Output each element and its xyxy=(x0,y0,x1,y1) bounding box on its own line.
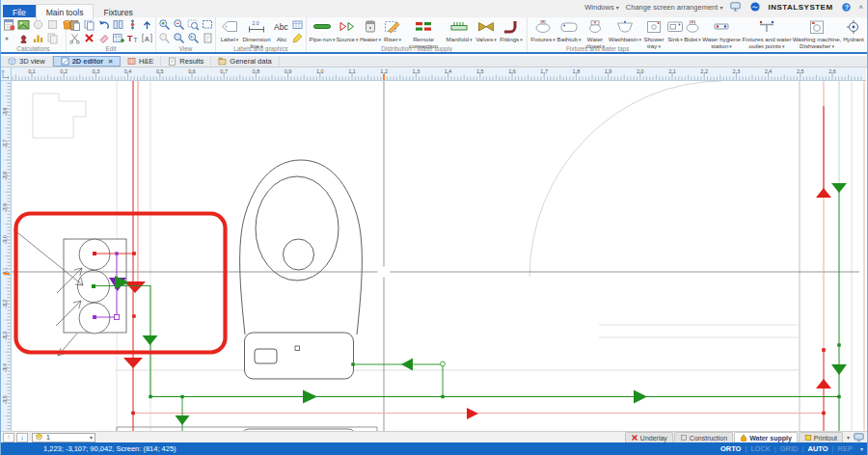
riser-button[interactable]: Riser▾ xyxy=(382,18,403,43)
ruler-label: 1,0 xyxy=(316,68,324,74)
layer-down-button[interactable]: ↓ xyxy=(16,433,28,442)
copy-gray-icon[interactable] xyxy=(46,32,59,44)
cursor-position-marker xyxy=(4,273,10,275)
water-closet-button[interactable]: Water closet▾ xyxy=(582,18,609,43)
svg-text:Abc: Abc xyxy=(274,22,288,32)
diagram-columns-icon[interactable] xyxy=(32,32,44,44)
delete-icon[interactable] xyxy=(83,32,95,44)
drawing-canvas[interactable] xyxy=(12,81,866,431)
view-tab-general-data[interactable]: General data xyxy=(211,56,279,67)
mode-toggle-orto[interactable]: ORTO xyxy=(720,444,742,453)
zoom-selection-icon[interactable] xyxy=(202,18,214,31)
zoom-out-icon[interactable] xyxy=(173,18,185,31)
zoom-window-icon[interactable] xyxy=(173,32,185,44)
fixtures-button[interactable]: Fixtures▾ xyxy=(529,18,556,43)
calculation-sheet-icon[interactable] xyxy=(3,18,15,31)
mode-toggle-grid[interactable]: GRID xyxy=(780,444,799,453)
hydrant-button[interactable]: Hydrant xyxy=(842,18,865,43)
mode-toggle-auto[interactable]: AUTO xyxy=(807,444,827,453)
view-tab-2d-editor[interactable]: 2D editor× xyxy=(53,56,121,67)
zoom-in-icon[interactable] xyxy=(158,18,171,31)
selection-crosshair xyxy=(12,81,859,431)
screen-toggle-icon[interactable] xyxy=(853,433,864,442)
valves-button[interactable]: Valves▾ xyxy=(475,18,498,43)
layer-tab-underlay[interactable]: Underlay xyxy=(625,432,673,442)
washing-machine-button[interactable]: Washing machine, Dishwasher▾ xyxy=(792,18,842,43)
change-screen-arrangement-menu[interactable]: Change screen arrangement ▾ xyxy=(626,3,723,12)
group-label: View xyxy=(156,45,215,52)
red-pipe-network[interactable] xyxy=(93,81,831,431)
green-pipe-network[interactable] xyxy=(94,81,847,431)
source-icon xyxy=(338,18,357,36)
ruler-label: -3,1 xyxy=(2,267,8,276)
chevron-down-icon: ▾ xyxy=(236,37,239,42)
layer-tab-printout[interactable]: Printout xyxy=(799,432,843,442)
find-a-icon[interactable]: A xyxy=(141,32,153,44)
shower-tray-button[interactable]: Shower tray▾ xyxy=(641,18,666,43)
ruler-label: 1,6 xyxy=(508,68,516,74)
collapse-ribbon-icon[interactable]: ˄ xyxy=(859,3,863,12)
close-icon[interactable]: × xyxy=(108,57,113,66)
washbasin-button[interactable]: Washbasin▾ xyxy=(609,18,641,43)
chevron-down-icon: ▾ xyxy=(494,37,497,42)
windows-menu[interactable]: Windows ▾ xyxy=(584,3,619,12)
highlighter-icon[interactable] xyxy=(291,32,304,44)
zoom-all-icon[interactable] xyxy=(187,18,200,31)
ribbon-tab-main-tools[interactable]: Main tools xyxy=(36,4,95,20)
pipe-run-button[interactable]: Pipe-run▾ xyxy=(309,18,336,43)
sink-button[interactable]: Sink▾ xyxy=(666,18,684,43)
abc-button[interactable]: Abc Abc xyxy=(272,18,291,43)
source-button[interactable]: Source▾ xyxy=(336,18,359,43)
view-tab-results[interactable]: Results xyxy=(161,56,211,67)
mode-toggle-rep[interactable]: REP xyxy=(838,444,853,453)
format-text-icon[interactable]: TT xyxy=(126,32,139,44)
manifold-button[interactable]: Manifold▾ xyxy=(444,18,475,43)
water-closet-icon xyxy=(585,18,605,36)
layer-tabs-more-icon[interactable]: ▾ xyxy=(847,434,850,441)
layers-bottom-bar: ↑ ↓ 1 ▾ Underlay Construction Water supp… xyxy=(1,431,867,442)
label-button[interactable]: Label▾ xyxy=(218,18,241,43)
table-small-icon[interactable] xyxy=(291,18,304,31)
stamp-icon[interactable] xyxy=(17,32,30,44)
zoom-off-icon[interactable] xyxy=(158,32,171,44)
zoom-prev-icon[interactable] xyxy=(187,32,200,44)
ruler-label: -2,6 xyxy=(2,107,8,116)
chevron-down-icon: ▾ xyxy=(719,5,722,11)
bathtub-button[interactable]: Bathtub▾ xyxy=(556,18,582,43)
monitor-icon[interactable] xyxy=(729,1,742,13)
chevron-down-icon: ▾ xyxy=(398,37,401,42)
view-tab-3d-view[interactable]: 3D view xyxy=(1,56,53,67)
undo-icon[interactable] xyxy=(97,18,110,31)
eraser-icon[interactable] xyxy=(97,32,110,44)
insert-node-icon[interactable] xyxy=(126,18,139,31)
layer-tab-construction[interactable]: Construction xyxy=(674,432,733,442)
ruler-label: 2,1 xyxy=(668,68,676,74)
water-closet-fixture[interactable] xyxy=(240,160,363,379)
remote-connection-button[interactable]: Remote connection xyxy=(403,18,444,43)
layer-tab-water-supply[interactable]: Water supply xyxy=(734,432,798,442)
fixtures-outlet-points-button[interactable]: Fixtures and water outlet points▾ xyxy=(742,18,792,43)
fittings-button[interactable]: Fittings▾ xyxy=(498,18,525,43)
mode-toggle-lock[interactable]: LOCK xyxy=(750,444,770,453)
results-drawing-icon[interactable] xyxy=(17,18,30,31)
table-insert-icon[interactable] xyxy=(112,32,124,44)
ruler-label: 1,3 xyxy=(413,68,420,74)
view-tab-h-e[interactable]: H&E xyxy=(121,56,161,67)
water-hygiene-station-button[interactable]: Water hygiene station▾ xyxy=(701,18,742,43)
sheet-small-icon[interactable] xyxy=(202,32,214,44)
split-icon[interactable] xyxy=(112,18,124,31)
dot-icon[interactable] xyxy=(3,32,15,44)
red-pipe-nodes xyxy=(93,252,826,415)
layer-up-button[interactable]: ↑ xyxy=(3,433,14,442)
storey-combo[interactable]: 1 ▾ xyxy=(32,433,95,442)
mode-separator: | xyxy=(745,444,746,453)
dimension-line-button[interactable]: 2.0 Dimension line▾ xyxy=(241,18,272,43)
help-icon[interactable]: ? xyxy=(840,1,853,13)
heater-button[interactable]: Heater▾ xyxy=(359,18,382,43)
move-up-icon[interactable] xyxy=(141,18,153,31)
cut-icon[interactable] xyxy=(68,32,81,44)
ruler-label: 0,2 xyxy=(60,68,68,74)
ruler-label: -2,8 xyxy=(2,172,8,180)
status-more-icon[interactable]: ▾ xyxy=(860,445,863,452)
bidet-button[interactable]: Bidet▾ xyxy=(684,18,701,43)
